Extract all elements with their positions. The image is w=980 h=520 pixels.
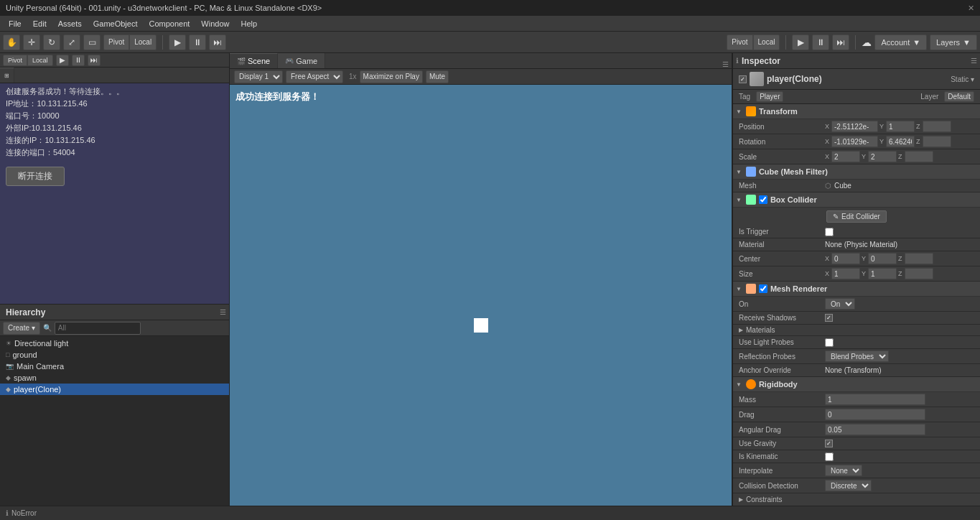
local-button[interactable]: Local — [129, 34, 157, 50]
pause-button[interactable]: ⏸ — [189, 34, 206, 50]
mute-btn[interactable]: Mute — [426, 70, 449, 83]
menu-window[interactable]: Window — [195, 18, 235, 29]
account-button[interactable]: Account ▼ — [874, 34, 927, 50]
center-z-input[interactable] — [905, 253, 933, 264]
is-kinematic-checkbox[interactable] — [825, 452, 834, 461]
left-pause-btn[interactable]: ⏸ — [72, 55, 85, 66]
use-gravity-checkbox[interactable] — [825, 440, 833, 447]
meshrenderer-icon — [746, 284, 756, 294]
rot-z-input[interactable] — [923, 136, 951, 147]
rot-y-label: Y — [879, 138, 884, 145]
interpolate-select[interactable]: None — [825, 465, 862, 476]
center-x-input[interactable] — [831, 253, 860, 264]
left-play-btn[interactable]: ▶ — [56, 55, 69, 66]
pivot-button[interactable]: Pivot — [103, 34, 129, 50]
rotate-tool[interactable]: ↻ — [43, 34, 60, 50]
angular-drag-input[interactable] — [825, 424, 925, 435]
use-light-probes-checkbox[interactable] — [825, 338, 834, 347]
materials-toggle[interactable]: ▶ Materials — [733, 325, 980, 336]
reflection-probes-select[interactable]: Blend Probes — [825, 350, 889, 362]
tab-scene[interactable]: 🎬 Scene — [230, 53, 278, 68]
menu-component[interactable]: Component — [143, 18, 195, 29]
anchor-override-value: None (Transform) — [825, 366, 974, 374]
play-button2[interactable]: ▶ — [792, 34, 809, 50]
tab-game[interactable]: 🎮 Game — [278, 53, 325, 68]
use-light-probes-label: Use Light Probes — [739, 338, 825, 346]
interpolate-row: Interpolate None — [733, 463, 980, 478]
layer-value[interactable]: Default — [944, 91, 974, 102]
pos-y-input[interactable] — [886, 121, 915, 132]
center-menu-icon[interactable]: ☰ — [719, 60, 732, 68]
scale-y-input[interactable] — [868, 151, 897, 162]
left-step-btn[interactable]: ⏭ — [88, 55, 101, 66]
rot-y-input[interactable] — [886, 136, 915, 147]
hierarchy-item-dirlight[interactable]: ☀ Directional light — [0, 338, 229, 349]
hierarchy-create-btn[interactable]: Create ▾ — [3, 322, 40, 335]
close-btn[interactable]: ✕ — [968, 4, 974, 13]
size-z-input[interactable] — [905, 268, 933, 279]
size-x-input[interactable] — [831, 268, 860, 279]
mass-input[interactable] — [825, 394, 925, 405]
pause-button2[interactable]: ⏸ — [812, 34, 829, 50]
scale-z-input[interactable] — [905, 151, 933, 162]
object-enabled-checkbox[interactable] — [739, 75, 747, 83]
scene-pivot-btn[interactable]: Pivot — [727, 34, 752, 50]
play-button[interactable]: ▶ — [169, 34, 186, 50]
step-button2[interactable]: ⏭ — [832, 34, 849, 50]
move-tool[interactable]: ✛ — [23, 34, 40, 50]
meshrenderer-header[interactable]: ▼ Mesh Renderer — [733, 282, 980, 297]
scale-x-input[interactable] — [831, 151, 860, 162]
collision-detection-select[interactable]: Discrete — [825, 480, 872, 491]
hierarchy-menu-icon[interactable]: ☰ — [220, 308, 226, 316]
hierarchy-item-maincam[interactable]: 📷 Main Camera — [0, 361, 229, 372]
disconnect-button[interactable]: 断开连接 — [6, 167, 65, 186]
menu-edit[interactable]: Edit — [27, 18, 52, 29]
size-y-input[interactable] — [868, 268, 897, 279]
tab-left-unknown[interactable]: ⊞ — [0, 68, 14, 83]
cast-shadows-select[interactable]: On — [825, 298, 855, 310]
rotation-value: X Y Z — [825, 136, 974, 147]
boxcollider-enabled[interactable] — [759, 195, 767, 204]
step-button[interactable]: ⏭ — [209, 34, 226, 50]
pos-z-input[interactable] — [923, 121, 951, 132]
left-pivot-btn[interactable]: Pivot — [3, 55, 27, 66]
hierarchy-item-ground[interactable]: □ ground — [0, 349, 229, 361]
display-select[interactable]: Display 1 — [234, 70, 283, 83]
rect-tool[interactable]: ▭ — [83, 34, 101, 50]
rot-x-input[interactable] — [831, 136, 878, 147]
hierarchy-item-spawn[interactable]: ◆ spawn — [0, 372, 229, 384]
rigidbody-header[interactable]: ▼ Rigidbody — [733, 377, 980, 392]
menu-assets[interactable]: Assets — [52, 18, 88, 29]
left-local-btn[interactable]: Local — [27, 55, 53, 66]
cast-shadows-value: On — [825, 298, 974, 310]
boxcollider-header[interactable]: ▼ Box Collider — [733, 192, 980, 208]
transform-header[interactable]: ▼ Transform — [733, 104, 980, 119]
center-scene-panel: 🎬 Scene 🎮 Game ☰ Display 1 — [230, 53, 732, 506]
receive-shadows-checkbox[interactable] — [825, 314, 833, 322]
cloud-icon: ☁ — [862, 37, 872, 48]
scene-local-btn[interactable]: Local — [753, 34, 780, 50]
meshrenderer-enabled[interactable] — [759, 284, 767, 293]
trigger-checkbox[interactable] — [825, 228, 834, 236]
constraints-toggle[interactable]: ▶ Constraints — [733, 493, 980, 506]
hierarchy-search[interactable] — [55, 322, 141, 335]
meshfilter-header[interactable]: ▼ Cube (Mesh Filter) — [733, 164, 980, 180]
transform-icon — [746, 106, 756, 116]
aspect-select[interactable]: Free Aspect — [286, 70, 343, 83]
drag-input[interactable] — [825, 409, 925, 420]
pos-x-input[interactable] — [831, 121, 878, 132]
menu-help[interactable]: Help — [235, 18, 263, 29]
material-text: None (Physic Material) — [825, 241, 897, 249]
hand-tool[interactable]: ✋ — [3, 34, 20, 50]
scale-tool[interactable]: ⤢ — [63, 34, 80, 50]
toolbar-sep3 — [855, 35, 856, 50]
menu-file[interactable]: File — [3, 18, 27, 29]
center-y-input[interactable] — [868, 253, 897, 264]
menu-gameobject[interactable]: GameObject — [88, 18, 144, 29]
layers-button[interactable]: Layers ▼ — [930, 34, 977, 50]
edit-collider-btn[interactable]: ✎ Edit Collider — [826, 210, 887, 223]
tag-value[interactable]: Player — [756, 91, 783, 102]
maximize-on-play-btn[interactable]: Maximize on Play — [360, 70, 423, 83]
inspector-menu-icon[interactable]: ☰ — [971, 57, 977, 65]
hierarchy-item-player[interactable]: ◆ player(Clone) — [0, 384, 229, 395]
